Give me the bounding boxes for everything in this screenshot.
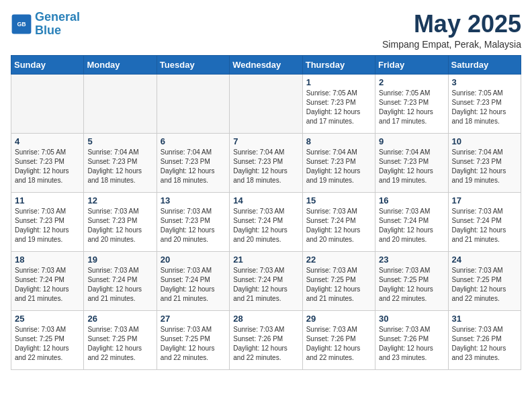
day-number: 22 [306,255,371,265]
day-info: Sunrise: 7:03 AM Sunset: 7:25 PM Dayligh… [87,325,152,363]
calendar-cell: 25Sunrise: 7:03 AM Sunset: 7:25 PM Dayli… [11,310,84,369]
calendar-cell: 4Sunrise: 7:05 AM Sunset: 7:23 PM Daylig… [11,133,84,192]
day-info: Sunrise: 7:03 AM Sunset: 7:25 PM Dayligh… [15,325,80,363]
day-number: 27 [161,314,226,324]
day-info: Sunrise: 7:03 AM Sunset: 7:23 PM Dayligh… [161,207,226,244]
weekday-header-tuesday: Tuesday [157,55,229,74]
day-number: 24 [452,255,517,265]
day-info: Sunrise: 7:03 AM Sunset: 7:23 PM Dayligh… [15,207,80,244]
month-title: May 2025 [382,11,521,38]
calendar-cell [157,74,229,133]
calendar-cell: 7Sunrise: 7:04 AM Sunset: 7:23 PM Daylig… [230,133,302,192]
calendar-cell: 24Sunrise: 7:03 AM Sunset: 7:25 PM Dayli… [448,251,521,310]
day-info: Sunrise: 7:03 AM Sunset: 7:26 PM Dayligh… [306,325,371,363]
calendar-cell: 2Sunrise: 7:05 AM Sunset: 7:23 PM Daylig… [375,74,448,133]
day-number: 2 [379,77,444,87]
day-info: Sunrise: 7:03 AM Sunset: 7:24 PM Dayligh… [87,266,152,304]
location-subtitle: Simpang Empat, Perak, Malaysia [382,39,521,50]
calendar-cell: 6Sunrise: 7:04 AM Sunset: 7:23 PM Daylig… [157,133,229,192]
day-info: Sunrise: 7:03 AM Sunset: 7:24 PM Dayligh… [233,266,298,304]
weekday-header-sunday: Sunday [11,55,84,74]
day-number: 11 [15,195,80,205]
calendar-week-3: 11Sunrise: 7:03 AM Sunset: 7:23 PM Dayli… [11,192,521,251]
day-info: Sunrise: 7:04 AM Sunset: 7:23 PM Dayligh… [452,148,517,185]
title-area: May 2025 Simpang Empat, Perak, Malaysia [382,11,521,50]
day-number: 7 [233,136,298,146]
day-number: 28 [233,314,298,324]
calendar-cell: 14Sunrise: 7:03 AM Sunset: 7:24 PM Dayli… [230,192,302,251]
calendar-cell: 30Sunrise: 7:03 AM Sunset: 7:26 PM Dayli… [375,310,448,369]
calendar-cell: 22Sunrise: 7:03 AM Sunset: 7:25 PM Dayli… [302,251,375,310]
day-info: Sunrise: 7:03 AM Sunset: 7:26 PM Dayligh… [452,325,517,363]
day-number: 30 [379,314,444,324]
weekday-header-monday: Monday [84,55,157,74]
day-info: Sunrise: 7:03 AM Sunset: 7:25 PM Dayligh… [379,266,444,304]
day-info: Sunrise: 7:05 AM Sunset: 7:23 PM Dayligh… [15,148,80,185]
day-info: Sunrise: 7:03 AM Sunset: 7:25 PM Dayligh… [452,266,517,304]
day-info: Sunrise: 7:05 AM Sunset: 7:23 PM Dayligh… [379,89,444,126]
calendar-cell: 18Sunrise: 7:03 AM Sunset: 7:24 PM Dayli… [11,251,84,310]
day-number: 1 [306,77,371,87]
calendar-cell: 29Sunrise: 7:03 AM Sunset: 7:26 PM Dayli… [302,310,375,369]
day-number: 9 [379,136,444,146]
calendar-table: SundayMondayTuesdayWednesdayThursdayFrid… [11,55,521,370]
calendar-cell: 21Sunrise: 7:03 AM Sunset: 7:24 PM Dayli… [230,251,302,310]
day-info: Sunrise: 7:03 AM Sunset: 7:23 PM Dayligh… [87,207,152,244]
day-info: Sunrise: 7:04 AM Sunset: 7:23 PM Dayligh… [379,148,444,185]
calendar-cell: 13Sunrise: 7:03 AM Sunset: 7:23 PM Dayli… [157,192,229,251]
day-info: Sunrise: 7:04 AM Sunset: 7:23 PM Dayligh… [87,148,152,185]
calendar-week-1: 1Sunrise: 7:05 AM Sunset: 7:23 PM Daylig… [11,74,521,133]
day-number: 15 [306,195,371,205]
calendar-cell: 3Sunrise: 7:05 AM Sunset: 7:23 PM Daylig… [448,74,521,133]
calendar-cell: 23Sunrise: 7:03 AM Sunset: 7:25 PM Dayli… [375,251,448,310]
day-number: 12 [87,195,152,205]
day-info: Sunrise: 7:03 AM Sunset: 7:24 PM Dayligh… [233,207,298,244]
calendar-week-4: 18Sunrise: 7:03 AM Sunset: 7:24 PM Dayli… [11,251,521,310]
day-number: 29 [306,314,371,324]
calendar-cell: 8Sunrise: 7:04 AM Sunset: 7:23 PM Daylig… [302,133,375,192]
day-info: Sunrise: 7:03 AM Sunset: 7:26 PM Dayligh… [233,325,298,363]
day-number: 17 [452,195,517,205]
day-info: Sunrise: 7:03 AM Sunset: 7:25 PM Dayligh… [306,266,371,304]
day-info: Sunrise: 7:03 AM Sunset: 7:24 PM Dayligh… [452,207,517,244]
svg-text:GB: GB [17,21,26,28]
calendar-cell: 16Sunrise: 7:03 AM Sunset: 7:24 PM Dayli… [375,192,448,251]
day-info: Sunrise: 7:05 AM Sunset: 7:23 PM Dayligh… [306,89,371,126]
day-info: Sunrise: 7:05 AM Sunset: 7:23 PM Dayligh… [452,89,517,126]
day-info: Sunrise: 7:04 AM Sunset: 7:23 PM Dayligh… [233,148,298,185]
calendar-cell: 9Sunrise: 7:04 AM Sunset: 7:23 PM Daylig… [375,133,448,192]
day-number: 18 [15,255,80,265]
day-number: 4 [15,136,80,146]
day-info: Sunrise: 7:04 AM Sunset: 7:23 PM Dayligh… [161,148,226,185]
day-number: 10 [452,136,517,146]
weekday-header-thursday: Thursday [302,55,375,74]
day-number: 5 [87,136,152,146]
calendar-cell: 11Sunrise: 7:03 AM Sunset: 7:23 PM Dayli… [11,192,84,251]
calendar-cell: 15Sunrise: 7:03 AM Sunset: 7:24 PM Dayli… [302,192,375,251]
page-header: GB General Blue May 2025 Simpang Empat, … [11,11,521,50]
day-info: Sunrise: 7:03 AM Sunset: 7:24 PM Dayligh… [306,207,371,244]
calendar-cell: 5Sunrise: 7:04 AM Sunset: 7:23 PM Daylig… [84,133,157,192]
day-number: 23 [379,255,444,265]
calendar-cell: 26Sunrise: 7:03 AM Sunset: 7:25 PM Dayli… [84,310,157,369]
day-number: 26 [87,314,152,324]
weekday-header-friday: Friday [375,55,448,74]
day-info: Sunrise: 7:04 AM Sunset: 7:23 PM Dayligh… [306,148,371,185]
calendar-week-5: 25Sunrise: 7:03 AM Sunset: 7:25 PM Dayli… [11,310,521,369]
calendar-cell: 10Sunrise: 7:04 AM Sunset: 7:23 PM Dayli… [448,133,521,192]
calendar-cell: 27Sunrise: 7:03 AM Sunset: 7:25 PM Dayli… [157,310,229,369]
calendar-cell: 28Sunrise: 7:03 AM Sunset: 7:26 PM Dayli… [230,310,302,369]
day-number: 3 [452,77,517,87]
calendar-cell: 17Sunrise: 7:03 AM Sunset: 7:24 PM Dayli… [448,192,521,251]
day-number: 19 [87,255,152,265]
calendar-cell: 1Sunrise: 7:05 AM Sunset: 7:23 PM Daylig… [302,74,375,133]
calendar-cell: 31Sunrise: 7:03 AM Sunset: 7:26 PM Dayli… [448,310,521,369]
day-info: Sunrise: 7:03 AM Sunset: 7:24 PM Dayligh… [15,266,80,304]
weekday-header-saturday: Saturday [448,55,521,74]
day-number: 16 [379,195,444,205]
calendar-cell [230,74,302,133]
day-info: Sunrise: 7:03 AM Sunset: 7:25 PM Dayligh… [161,325,226,363]
day-info: Sunrise: 7:03 AM Sunset: 7:24 PM Dayligh… [161,266,226,304]
day-info: Sunrise: 7:03 AM Sunset: 7:26 PM Dayligh… [379,325,444,363]
weekday-header-wednesday: Wednesday [230,55,302,74]
